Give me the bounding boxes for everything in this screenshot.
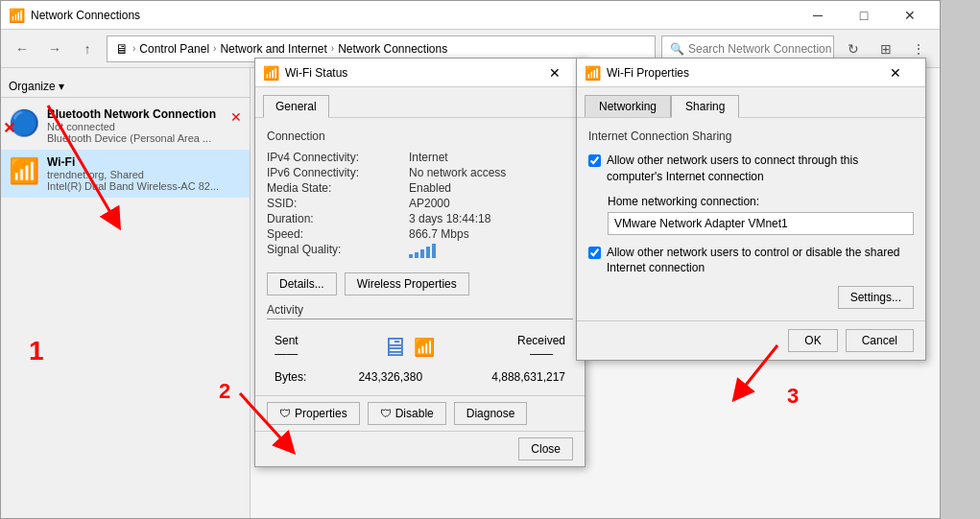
wifi-status-content: Connection IPv4 Connectivity: Internet I…: [255, 117, 585, 395]
signal-quality-label: Signal Quality:: [267, 243, 401, 261]
sharing-section-title: Internet Connection Sharing: [588, 130, 914, 143]
wifi-status: trendnet.org, Shared: [47, 169, 242, 180]
ssid-value: AP2000: [409, 197, 573, 210]
home-networking-area: Home networking connection:: [608, 195, 914, 235]
breadcrumb-control-panel[interactable]: Control Panel: [139, 42, 209, 56]
minimize-button[interactable]: ─: [796, 1, 840, 30]
wifi-status-controls: ✕: [533, 59, 577, 86]
organize-bar: Organize ▾: [1, 76, 250, 98]
bluetooth-name: Bluetooth Network Connection: [47, 107, 242, 121]
allow-control-checkbox[interactable]: [588, 247, 601, 259]
up-button[interactable]: ↑: [74, 35, 101, 62]
connection-section-header: Connection: [267, 130, 573, 143]
home-networking-label: Home networking connection:: [608, 195, 914, 208]
forward-button[interactable]: →: [41, 35, 68, 62]
settings-button[interactable]: Settings...: [838, 286, 914, 309]
wifi-props-title-bar: 📶 Wi-Fi Properties ✕: [577, 59, 925, 87]
allow-sharing-label: Allow other network users to connect thr…: [607, 153, 914, 185]
connection-info-grid: IPv4 Connectivity: Internet IPv6 Connect…: [267, 151, 573, 261]
home-networking-input[interactable]: [608, 212, 914, 235]
breadcrumb-network-connections[interactable]: Network Connections: [338, 42, 447, 56]
wifi-status-title: Wi-Fi Status: [285, 66, 347, 80]
error-x-icon: ✕: [3, 119, 15, 137]
ipv6-value: No network access: [409, 166, 573, 179]
diagnose-button[interactable]: Diagnose: [454, 402, 528, 425]
signal-quality-value: [409, 243, 573, 261]
svg-line-1: [240, 393, 288, 446]
svg-line-2: [739, 345, 777, 393]
wifi-activity-icon: 📶: [414, 337, 435, 358]
allow-control-label: Allow other network users to control or …: [607, 245, 914, 277]
cancel-button[interactable]: Cancel: [846, 329, 914, 352]
computer-icon: 🖥: [381, 331, 408, 363]
organize-dropdown-icon: ▾: [59, 80, 64, 93]
wifi-props-dialog: 📶 Wi-Fi Properties ✕ Networking Sharing …: [576, 58, 926, 361]
sidebar: Organize ▾ ✕ 🔵 Bluetooth Network Connect…: [1, 68, 251, 518]
wifi-adapter-details: Intel(R) Dual Band Wireless-AC 82...: [47, 180, 220, 192]
window-title: Network Connections: [31, 9, 140, 22]
media-state-value: Enabled: [409, 181, 573, 195]
close-wifi-status-button[interactable]: Close: [518, 437, 573, 460]
speed-label: Speed:: [267, 227, 401, 241]
received-label: Received: [517, 334, 565, 347]
organize-label: Organize: [9, 80, 56, 93]
allow-sharing-checkbox[interactable]: [588, 154, 601, 167]
details-button[interactable]: Details...: [267, 272, 337, 295]
tab-general[interactable]: General: [263, 95, 329, 118]
bluetooth-network-item[interactable]: ✕ 🔵 Bluetooth Network Connection Not con…: [1, 102, 250, 150]
tab-networking[interactable]: Networking: [585, 95, 671, 117]
duration-label: Duration:: [267, 212, 401, 225]
annotation-label-2: 2: [219, 379, 230, 404]
back-button[interactable]: ←: [9, 35, 36, 62]
ipv4-value: Internet: [409, 151, 573, 164]
ssid-label: SSID:: [267, 197, 401, 210]
activity-section: Activity Sent —— 🖥 📶 Received —— Bytes: …: [267, 303, 573, 384]
bluetooth-error-icon: ✕: [230, 109, 242, 125]
bytes-sent: 243,326,380: [332, 370, 449, 384]
breadcrumb-network-internet[interactable]: Network and Internet: [220, 42, 326, 56]
disable-button[interactable]: 🛡 Disable: [368, 402, 446, 425]
wifi-icon: 📶: [9, 155, 39, 186]
tab-sharing[interactable]: Sharing: [671, 95, 739, 118]
wifi-status-icon: 📶: [263, 65, 279, 81]
disable-shield-icon: 🛡: [380, 407, 392, 420]
disable-label: Disable: [395, 407, 434, 420]
duration-value: 3 days 18:44:18: [409, 212, 573, 225]
speed-value: 866.7 Mbps: [409, 227, 573, 241]
maximize-button[interactable]: □: [842, 1, 886, 30]
wifi-props-close-button[interactable]: ✕: [873, 59, 918, 86]
title-bar: 📶 Network Connections ─ □ ✕: [1, 1, 940, 30]
received-arrow: ——: [530, 347, 553, 361]
wifi-name: Wi-Fi: [47, 155, 242, 169]
ipv6-label: IPv6 Connectivity:: [267, 166, 401, 179]
wifi-props-title: Wi-Fi Properties: [607, 66, 689, 80]
bluetooth-status: Not connected: [47, 121, 242, 132]
organize-button[interactable]: Organize ▾: [9, 80, 64, 93]
close-button[interactable]: ✕: [888, 1, 932, 30]
bytes-received: 4,888,631,217: [449, 370, 566, 384]
bluetooth-details: Bluetooth Device (Personal Area ...: [47, 132, 220, 144]
checkbox-row-1: Allow other network users to connect thr…: [588, 153, 914, 185]
wifi-props-icon: 📶: [585, 65, 601, 81]
annotation-label-1: 1: [29, 336, 44, 366]
wireless-properties-button[interactable]: Wireless Properties: [345, 272, 469, 295]
annotation-arrow-2: [230, 384, 307, 460]
window-icon: 📶: [9, 8, 25, 23]
search-input[interactable]: [688, 42, 832, 56]
search-icon: 🔍: [670, 42, 684, 56]
wifi-network-item[interactable]: 📶 Wi-Fi trendnet.org, Shared Intel(R) Du…: [1, 150, 250, 198]
wifi-status-close-button[interactable]: ✕: [533, 59, 577, 86]
checkbox-row-2: Allow other network users to control or …: [588, 245, 914, 277]
ipv4-label: IPv4 Connectivity:: [267, 151, 401, 164]
sent-arrow: ——: [275, 347, 298, 361]
wifi-status-title-bar: 📶 Wi-Fi Status ✕: [255, 59, 585, 87]
wifi-props-controls: ✕: [873, 59, 918, 86]
wifi-props-sharing-content: Internet Connection Sharing Allow other …: [577, 118, 925, 320]
media-state-label: Media State:: [267, 181, 401, 195]
title-bar-controls: ─ □ ✕: [796, 1, 932, 30]
bytes-row: Bytes: 243,326,380 4,888,631,217: [267, 370, 573, 384]
annotation-label-3: 3: [787, 384, 799, 409]
breadcrumb-icon: 🖥: [115, 41, 129, 57]
wifi-props-tabs: Networking Sharing: [577, 87, 925, 118]
sent-label: Sent: [275, 334, 299, 347]
